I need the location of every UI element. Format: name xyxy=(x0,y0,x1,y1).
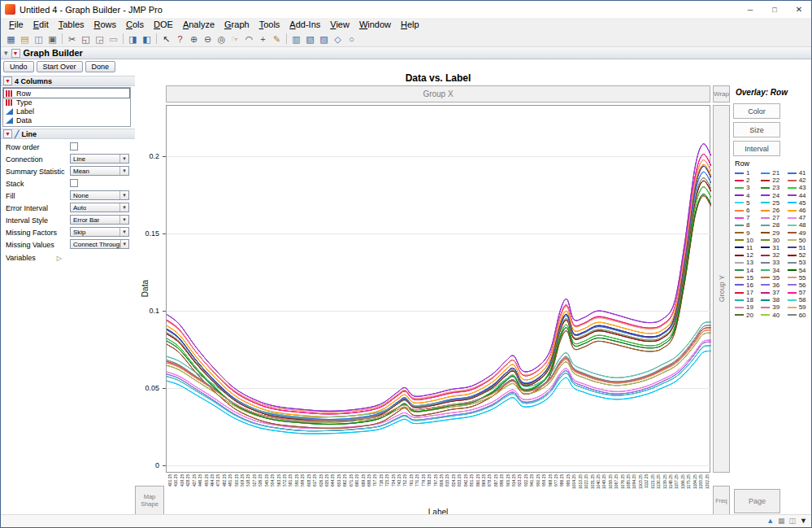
fill-dropdown[interactable]: None▾ xyxy=(70,190,129,200)
menu-view[interactable]: View xyxy=(325,19,354,30)
paste-icon[interactable]: ◲ xyxy=(93,33,106,46)
series-line-29[interactable] xyxy=(167,196,711,429)
menu-tables[interactable]: Tables xyxy=(54,19,89,30)
close-button[interactable]: ✕ xyxy=(787,1,811,18)
help-tool-icon[interactable]: ? xyxy=(173,33,187,46)
table-indicator-icon[interactable]: ▦ xyxy=(778,517,785,525)
series-line-34[interactable] xyxy=(167,194,711,425)
start-over-button[interactable]: Start Over xyxy=(37,61,83,72)
series-line-57[interactable] xyxy=(167,154,711,413)
corner-menu-icon[interactable]: ▼ xyxy=(800,517,807,525)
layout-icon[interactable]: ◧ xyxy=(140,33,154,46)
menu-graph[interactable]: Graph xyxy=(219,19,254,30)
series-line-14[interactable] xyxy=(167,194,711,425)
disclosure-triangle-icon[interactable]: ▷ xyxy=(57,255,62,262)
script-window-icon[interactable]: ▨ xyxy=(317,33,331,46)
save-icon[interactable]: ◫ xyxy=(32,33,46,46)
missing-values-dropdown[interactable]: Connect Through▾ xyxy=(70,239,129,249)
menu-help[interactable]: Help xyxy=(396,19,424,30)
group-y-drop-zone[interactable]: Group Y xyxy=(713,105,730,473)
series-line-9[interactable] xyxy=(167,196,711,429)
series-line-54[interactable] xyxy=(167,194,711,425)
series-line-46[interactable] xyxy=(167,164,711,417)
series-line-32[interactable] xyxy=(167,181,711,421)
new-data-table-icon[interactable]: ▦ xyxy=(4,33,18,46)
magnifier-tool-icon[interactable]: ◎ xyxy=(215,33,228,46)
overlay-size-button[interactable]: Size xyxy=(733,122,780,137)
column-item-type[interactable]: Type xyxy=(4,98,129,107)
column-item-row[interactable]: Row xyxy=(4,89,129,98)
connection-dropdown[interactable]: Line▾ xyxy=(70,154,129,164)
row-order-checkbox[interactable] xyxy=(70,142,78,151)
print-icon[interactable]: ▣ xyxy=(46,33,59,46)
menu-edit[interactable]: Edit xyxy=(28,19,54,30)
series-line-39[interactable] xyxy=(167,160,711,412)
columns-red-triangle-icon[interactable]: ▼ xyxy=(3,76,12,85)
freq-drop-zone[interactable]: Freq xyxy=(713,486,730,515)
lasso-tool-icon[interactable]: ◠ xyxy=(242,33,256,46)
menu-cols[interactable]: Cols xyxy=(121,19,149,30)
menu-analyze[interactable]: Analyze xyxy=(178,19,219,30)
copy-icon[interactable]: ◱ xyxy=(79,33,93,46)
done-button[interactable]: Done xyxy=(85,61,116,72)
panel-indicator-icon[interactable]: ◫ xyxy=(789,517,797,525)
scroll-up-icon[interactable]: ▲ xyxy=(766,517,774,525)
open-file-icon[interactable]: ▤ xyxy=(18,33,32,46)
zoom-out-tool-icon[interactable]: ⊖ xyxy=(201,33,215,46)
maximize-button[interactable]: □ xyxy=(762,1,787,18)
line-red-triangle-icon[interactable]: ▼ xyxy=(3,129,12,138)
shapes-tool-icon[interactable]: ◇ xyxy=(331,33,345,46)
collapse-caret-icon[interactable]: ▾ xyxy=(4,49,8,57)
journal-icon[interactable]: ◨ xyxy=(126,33,140,46)
stack-checkbox[interactable] xyxy=(70,179,78,187)
group-x-drop-zone[interactable]: Group X xyxy=(166,85,710,103)
series-line-52[interactable] xyxy=(167,181,711,421)
series-line-6[interactable] xyxy=(167,164,711,417)
oval-tool-icon[interactable]: ○ xyxy=(345,33,358,46)
series-line-51[interactable] xyxy=(167,166,711,421)
columns-panel-header[interactable]: ▼ 4 Columns xyxy=(1,76,135,86)
series-line-11[interactable] xyxy=(167,166,711,421)
column-item-data[interactable]: Data xyxy=(4,116,129,124)
menu-add-ins[interactable]: Add-Ins xyxy=(284,19,325,30)
column-item-label[interactable]: Label xyxy=(4,107,129,116)
series-line-31[interactable] xyxy=(167,166,711,421)
clipboard-icon[interactable]: ▭ xyxy=(106,33,120,46)
y-axis-title[interactable]: Data xyxy=(141,105,150,473)
interval-style-dropdown[interactable]: Error Bar▾ xyxy=(70,215,129,225)
overlay-interval-button[interactable]: Interval xyxy=(733,141,780,156)
summary-statistic-dropdown[interactable]: Mean▾ xyxy=(70,166,129,176)
menu-window[interactable]: Window xyxy=(354,19,396,30)
report-window-icon[interactable]: ▧ xyxy=(303,33,317,46)
series-line-24[interactable] xyxy=(167,144,711,412)
plot-area[interactable] xyxy=(166,105,710,473)
data-table-window-icon[interactable]: ▥ xyxy=(289,33,303,46)
series-line-4[interactable] xyxy=(167,144,711,412)
series-line-26[interactable] xyxy=(167,164,711,417)
overlay-color-button[interactable]: Color xyxy=(733,103,780,119)
zoom-in-tool-icon[interactable]: ⊕ xyxy=(187,33,201,46)
menu-tools[interactable]: Tools xyxy=(254,19,285,30)
series-line-19[interactable] xyxy=(167,160,711,412)
undo-button[interactable]: Undo xyxy=(3,61,34,72)
map-shape-drop-zone[interactable]: Map Shape xyxy=(135,486,164,515)
arrow-tool-icon[interactable]: ↖ xyxy=(159,33,173,46)
line-chart[interactable] xyxy=(167,106,711,473)
series-line-59[interactable] xyxy=(167,160,711,412)
variables-section[interactable]: Variables ▷ xyxy=(6,254,62,262)
grabber-tool-icon[interactable]: ☞ xyxy=(228,33,242,46)
minimize-button[interactable]: ─ xyxy=(738,1,762,18)
series-line-37[interactable] xyxy=(167,154,711,413)
series-line-17[interactable] xyxy=(167,154,711,413)
wrap-drop-zone[interactable]: Wrap xyxy=(713,85,730,103)
menu-rows[interactable]: Rows xyxy=(89,19,122,30)
line-panel-header[interactable]: ▼ ╱ Line xyxy=(1,129,135,139)
missing-factors-dropdown[interactable]: Skip▾ xyxy=(70,227,129,237)
series-line-49[interactable] xyxy=(167,196,711,429)
series-line-50[interactable] xyxy=(167,333,711,422)
crosshair-tool-icon[interactable]: + xyxy=(256,33,270,46)
menu-doe[interactable]: DOE xyxy=(149,19,178,30)
annotate-tool-icon[interactable]: ✎ xyxy=(270,33,284,46)
series-line-44[interactable] xyxy=(167,144,711,412)
menu-file[interactable]: File xyxy=(4,19,28,30)
